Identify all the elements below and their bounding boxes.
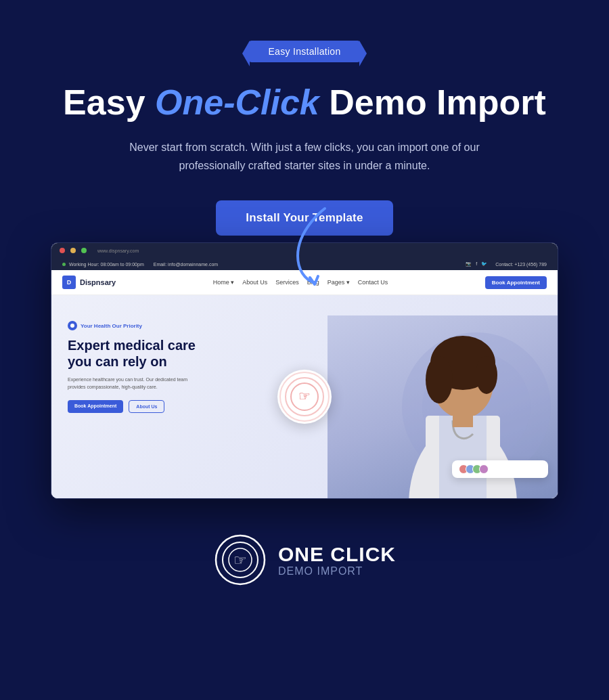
heading-highlight: One-Click <box>155 83 319 122</box>
logo-icon: D <box>62 276 76 289</box>
badge: Easy Installation <box>249 41 359 62</box>
click-indicator: ☞ <box>277 370 332 424</box>
heading-prefix: Easy <box>63 83 155 122</box>
doctors-card: Talk to our 48+ Doctors <box>452 460 548 478</box>
svg-point-6 <box>426 356 453 403</box>
hero-book-btn[interactable]: Book Appointment <box>68 400 123 413</box>
twitter-icon: 🐦 <box>481 261 487 267</box>
logo-text: Dispnsary <box>80 278 116 286</box>
logo-line2: DEMO IMPORT <box>278 565 396 577</box>
browser-dot-maximize <box>81 248 87 253</box>
svg-text:☞: ☞ <box>233 552 247 569</box>
bottom-logo: ☞ ONE CLICK DEMO IMPORT <box>213 533 396 587</box>
doctor-avatars <box>459 464 489 474</box>
logo-text-block: ONE CLICK DEMO IMPORT <box>278 543 396 577</box>
topbar-left: Working Hour: 08:00am to 09:00pm Email: … <box>62 262 218 267</box>
social-icons: 📷 f 🐦 <box>466 261 487 267</box>
nav-home: Home ▾ <box>213 279 235 286</box>
svg-point-7 <box>476 356 497 394</box>
svg-rect-9 <box>439 416 487 498</box>
topbar-hours: Working Hour: 08:00am to 09:00pm <box>62 262 144 267</box>
browser-dot-close <box>60 248 65 253</box>
hero-heading: Expert medical care you can rely on <box>68 337 203 370</box>
hero-about-btn[interactable]: About Us <box>129 400 164 413</box>
logo-line1: ONE CLICK <box>278 543 396 565</box>
browser-demo-wrapper: www.dispnsary.com Working Hour: 08:00am … <box>51 242 558 499</box>
svg-point-0 <box>70 324 74 328</box>
ripple-svg: ☞ <box>277 370 332 424</box>
hero-badge-text: Your Health Our Priority <box>81 323 142 329</box>
heading-suffix: Demo Import <box>319 83 546 122</box>
browser-url: www.dispnsary.com <box>97 248 139 253</box>
hero-badge-icon <box>68 321 77 330</box>
svg-text:☞: ☞ <box>298 389 311 403</box>
topbar-contact: Contact: +123 (456) 789 <box>495 262 547 267</box>
browser-dot-minimize <box>70 248 76 253</box>
topbar-email: Email: info@domainname.com <box>154 262 218 267</box>
nav-book-button[interactable]: Book Appointment <box>485 276 547 289</box>
hero-text: Experience healthcare you can trust. Our… <box>68 376 203 391</box>
main-heading: Easy One-Click Demo Import <box>63 83 546 123</box>
subtitle: Never start from scratch. With just a fe… <box>115 138 494 175</box>
facebook-icon: f <box>476 261 477 267</box>
topbar-right: 📷 f 🐦 Contact: +123 (456) 789 <box>466 261 547 267</box>
nav-contact: Contact Us <box>358 279 388 286</box>
logo-mark-icon: ☞ <box>213 533 267 587</box>
doctors-card-text: Talk to our 48+ Doctors <box>493 467 541 472</box>
website-hero: Your Health Our Priority Expert medical … <box>51 295 558 498</box>
website-logo: D Dispnsary <box>62 276 116 289</box>
status-dot <box>62 263 66 266</box>
hero-doctor-image: Talk to our 48+ Doctors <box>328 315 558 498</box>
instagram-icon: 📷 <box>466 261 472 267</box>
arrow-decoration <box>284 202 338 283</box>
avatar-4 <box>479 464 489 474</box>
nav-about: About Us <box>242 279 267 286</box>
svg-rect-10 <box>453 414 473 427</box>
